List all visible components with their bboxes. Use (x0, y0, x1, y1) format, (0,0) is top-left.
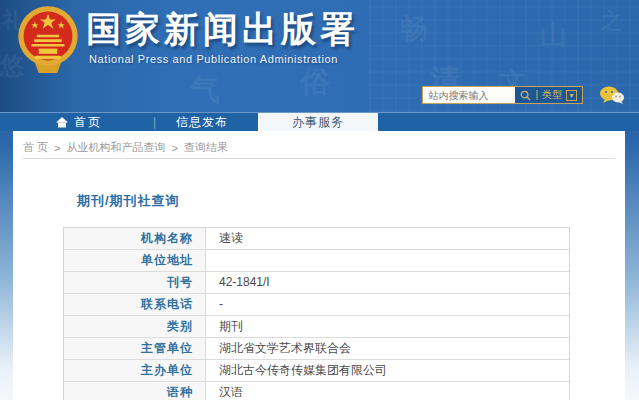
nav-item-home[interactable]: 首页 (56, 113, 102, 132)
row-label: 类别 (64, 316, 206, 337)
wechat-icon[interactable] (599, 86, 625, 104)
table-row: 主办单位 湖北古今传奇传媒集团有限公司 (64, 360, 569, 382)
table-row: 联系电话 - (64, 294, 569, 316)
table-row: 语种 汉语 (64, 382, 569, 400)
nav-home-label: 首页 (74, 114, 102, 131)
search-controls: | 类型 ▼ (515, 87, 582, 103)
journal-info-table: 机构名称 速读 单位地址 刊号 42-1841/I 联系电话 - 类别 期刊 主… (63, 227, 570, 400)
row-label: 主办单位 (64, 360, 206, 381)
row-value (206, 250, 569, 271)
breadcrumb-divider (23, 158, 615, 159)
row-value: 42-1841/I (206, 272, 569, 293)
search-icon[interactable] (520, 90, 531, 101)
row-value: 期刊 (206, 316, 569, 337)
row-value: 湖北省文学艺术界联合会 (206, 338, 569, 359)
breadcrumb-home[interactable]: 首 页 (23, 140, 48, 155)
caret-down-icon[interactable]: ▼ (566, 90, 577, 101)
nav-item-info-release[interactable]: 信息发布 (162, 113, 242, 132)
breadcrumb-current: 查询结果 (184, 140, 228, 155)
site-header: 礼 悠 气 俗 畅 清 山 之 文 国家新闻出版署 National (0, 0, 639, 112)
breadcrumb-query[interactable]: 从业机构和产品查询 (67, 140, 166, 155)
breadcrumb: 首 页 > 从业机构和产品查询 > 查询结果 (23, 140, 228, 155)
row-label: 语种 (64, 382, 206, 400)
home-icon (56, 117, 68, 128)
search-input[interactable] (423, 87, 515, 103)
table-row: 主管单位 湖北省文学艺术界联合会 (64, 338, 569, 360)
table-row: 刊号 42-1841/I (64, 272, 569, 294)
table-row: 机构名称 速读 (64, 228, 569, 250)
row-label: 主管单位 (64, 338, 206, 359)
row-value: 湖北古今传奇传媒集团有限公司 (206, 360, 569, 381)
row-value: 速读 (206, 228, 569, 249)
table-row: 类别 期刊 (64, 316, 569, 338)
breadcrumb-separator: > (54, 142, 60, 154)
national-emblem-logo (15, 4, 81, 76)
row-label: 联系电话 (64, 294, 206, 315)
search-type-label[interactable]: 类型 (542, 88, 562, 102)
page-title: 期刊/期刊社查询 (77, 192, 180, 210)
row-value: 汉语 (206, 382, 569, 400)
site-subtitle: National Press and Publication Administr… (89, 53, 338, 65)
search-separator: | (535, 90, 538, 100)
row-value: - (206, 294, 569, 315)
content-panel: 首 页 > 从业机构和产品查询 > 查询结果 期刊/期刊社查询 机构名称 速读 … (13, 131, 625, 400)
site-search: | 类型 ▼ (422, 86, 583, 104)
breadcrumb-separator: > (172, 142, 178, 154)
nav-separator: | (153, 115, 156, 129)
nav-item-services[interactable]: 办事服务 (258, 113, 378, 132)
main-nav: 首页 | 信息发布 办事服务 (0, 112, 639, 131)
page: 礼 悠 气 俗 畅 清 山 之 文 国家新闻出版署 National (0, 0, 639, 400)
row-label: 刊号 (64, 272, 206, 293)
table-row: 单位地址 (64, 250, 569, 272)
row-label: 单位地址 (64, 250, 206, 271)
site-title: 国家新闻出版署 (86, 6, 359, 53)
row-label: 机构名称 (64, 228, 206, 249)
